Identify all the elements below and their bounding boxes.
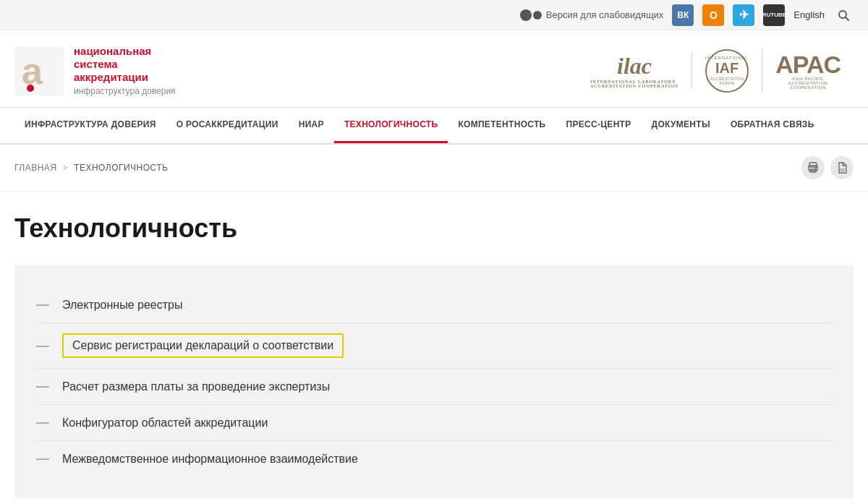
list-item: — Электронные реестры <box>36 287 832 323</box>
ok-button[interactable]: О <box>702 4 724 26</box>
svg-line-1 <box>846 17 848 20</box>
nav-item-competence: КОМПЕТЕНТНОСТЬ <box>448 108 556 143</box>
nav-list: ИНФРАСТРУКТУРА ДОВЕРИЯ О РОСАККРЕДИТАЦИИ… <box>14 108 854 143</box>
svg-point-8 <box>815 167 817 168</box>
section-menu-list: — Электронные реестры — Сервис регистрац… <box>36 287 832 477</box>
list-dash: — <box>36 415 51 430</box>
nav-item-about: О РОСАККРЕДИТАЦИИ <box>166 108 289 143</box>
partner-logos: ilac INTERNATIONAL LABORATORYACCREDITATI… <box>577 49 854 93</box>
list-dash: — <box>36 338 51 354</box>
telegram-button[interactable]: ✈ <box>733 4 754 26</box>
svg-point-4 <box>27 85 34 92</box>
breadcrumb: ГЛАВНАЯ > ТЕХНОЛОГИЧНОСТЬ <box>14 163 169 173</box>
nav-item-technology: ТЕХНОЛОГИЧНОСТЬ <box>334 108 448 143</box>
nav-item-niar: НИАР <box>289 108 334 143</box>
menu-link-electronic-registries[interactable]: Электронные реестры <box>62 299 182 312</box>
nav-item-documents: ДОКУМЕНТЫ <box>642 108 720 143</box>
list-item: — Сервис регистрации деклараций о соотве… <box>36 323 832 369</box>
nav-item-infrastructure: ИНФРАСТРУКТУРА ДОВЕРИЯ <box>14 108 166 143</box>
list-item: — Конфигуратор областей аккредитации <box>36 405 832 441</box>
language-button[interactable]: English <box>793 9 825 20</box>
main-content: Технологичность — Электронные реестры — … <box>0 192 868 504</box>
breadcrumb-separator: > <box>63 163 69 173</box>
logo-area: а национальная система аккредитации инфр… <box>14 45 176 96</box>
nav-link-infrastructure[interactable]: ИНФРАСТРУКТУРА ДОВЕРИЯ <box>14 108 166 141</box>
site-header: а национальная система аккредитации инфр… <box>0 30 868 108</box>
nav-link-technology[interactable]: ТЕХНОЛОГИЧНОСТЬ <box>334 108 448 143</box>
svg-text:PDF: PDF <box>839 168 846 172</box>
menu-link-service-declarations[interactable]: Сервис регистрации деклараций о соответс… <box>62 333 344 358</box>
logo-text: национальная система аккредитации инфрас… <box>74 45 176 96</box>
breadcrumb-current: ТЕХНОЛОГИЧНОСТЬ <box>74 163 169 173</box>
pdf-button[interactable]: PDF <box>830 156 854 179</box>
breadcrumb-home[interactable]: ГЛАВНАЯ <box>14 163 57 173</box>
print-icon <box>807 162 819 174</box>
logo-title-line1: национальная система аккредитации <box>74 45 176 84</box>
iaf-logo: INTERNATIONAL IAF ACCREDITATIONFORUM <box>692 49 762 93</box>
menu-link-configurator[interactable]: Конфигуратор областей аккредитации <box>62 417 268 430</box>
content-box: — Электронные реестры — Сервис регистрац… <box>14 265 854 498</box>
top-bar: Версия для слабовидящих ВК О ✈ RUTUBE En… <box>0 0 868 30</box>
nav-item-feedback: ОБРАТНАЯ СВЯЗЬ <box>720 108 825 143</box>
nav-item-press: ПРЕСС-ЦЕНТР <box>556 108 642 143</box>
logo-subtitle: инфраструктура доверия <box>74 86 176 96</box>
svg-rect-5 <box>809 163 817 167</box>
accessibility-label: Версия для слабовидящих <box>546 9 664 20</box>
logo-icon: а <box>14 46 64 95</box>
list-dash: — <box>36 379 51 394</box>
ilac-logo: ilac INTERNATIONAL LABORATORYACCREDITATI… <box>577 53 692 88</box>
accessibility-icon <box>520 9 542 21</box>
nav-link-feedback[interactable]: ОБРАТНАЯ СВЯЗЬ <box>720 108 825 141</box>
search-button[interactable] <box>833 5 854 25</box>
menu-link-fee-calculation[interactable]: Расчет размера платы за проведение экспе… <box>62 380 330 393</box>
page-title: Технологичность <box>14 213 854 244</box>
breadcrumb-actions: PDF <box>801 156 854 179</box>
rutube-button[interactable]: RUTUBE <box>763 4 785 26</box>
accessibility-button[interactable]: Версия для слабовидящих <box>520 9 664 21</box>
print-button[interactable] <box>801 156 825 179</box>
nav-link-competence[interactable]: КОМПЕТЕНТНОСТЬ <box>448 108 556 141</box>
list-dash: — <box>36 451 51 466</box>
pdf-icon: PDF <box>836 162 848 174</box>
list-item: — Расчет размера платы за проведение экс… <box>36 369 832 405</box>
apac-logo: APAC ASIA PACIFICACCREDITATIONCOOPERATIO… <box>762 52 854 90</box>
breadcrumb-bar: ГЛАВНАЯ > ТЕХНОЛОГИЧНОСТЬ PDF <box>0 145 868 192</box>
nav-link-press[interactable]: ПРЕСС-ЦЕНТР <box>556 108 642 141</box>
menu-link-interdepartmental[interactable]: Межведомственное информационное взаимоде… <box>62 453 358 466</box>
search-icon <box>838 9 849 21</box>
list-dash: — <box>36 297 51 312</box>
main-nav: ИНФРАСТРУКТУРА ДОВЕРИЯ О РОСАККРЕДИТАЦИИ… <box>0 108 868 145</box>
vk-button[interactable]: ВК <box>672 4 694 26</box>
nav-link-documents[interactable]: ДОКУМЕНТЫ <box>642 108 720 141</box>
nav-link-about[interactable]: О РОСАККРЕДИТАЦИИ <box>166 108 289 141</box>
list-item: — Межведомственное информационное взаимо… <box>36 441 832 477</box>
nav-link-niar[interactable]: НИАР <box>289 108 334 141</box>
